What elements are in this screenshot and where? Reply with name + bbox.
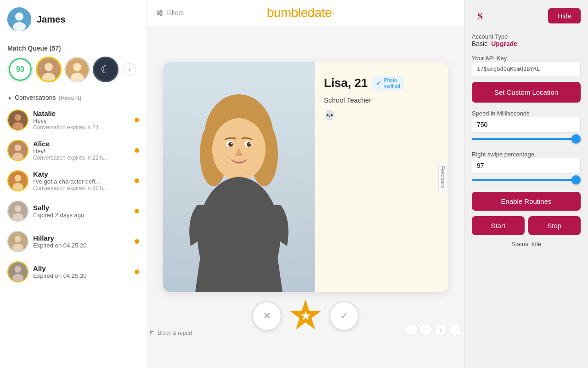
profile-job: School Teacher [324, 96, 439, 104]
verified-badge: ✓ Photo verified [372, 76, 403, 91]
main-header: Filters bumbledate· [147, 0, 464, 26]
skull-icon: 💀 [324, 109, 335, 121]
conv-dot-sally [135, 209, 139, 213]
profile-icons: 💀 [324, 109, 439, 121]
conv-name-hillary: Hillary [33, 234, 130, 242]
start-stop-row: Start Stop [472, 216, 581, 235]
conversation-list: Natalie Heyy Conversation expires in 24 … [0, 105, 147, 368]
filters-button[interactable]: Filters [156, 9, 184, 17]
conv-avatar-katy [7, 170, 28, 191]
profile-card: Lisa, 21 ✓ Photo verified School Teacher… [163, 62, 448, 292]
dislike-button[interactable]: ✕ [252, 301, 282, 331]
conv-dot-ally [135, 270, 139, 274]
conv-dot-hillary [135, 239, 139, 244]
queue-avatar-1[interactable] [36, 57, 62, 82]
panel-top: S Hide [472, 7, 581, 24]
speed-slider-container [472, 134, 581, 144]
conv-item-hillary[interactable]: Hillary Expired on 04.25.20 [0, 226, 147, 257]
nav-right-button[interactable]: → [449, 323, 462, 336]
main-content: Filters bumbledate· [147, 0, 464, 368]
svg-point-4 [45, 63, 53, 71]
set-custom-location-button[interactable]: Set Custom Location [472, 82, 581, 103]
speed-slider-thumb[interactable] [571, 134, 581, 144]
conv-msg-alice: Hey! [33, 148, 130, 155]
flag-icon [149, 330, 156, 336]
queue-avatar-2[interactable] [64, 57, 90, 82]
conversations-section: ▲ Conversations (Recent) [0, 88, 147, 105]
conv-msg-hillary: Expired on 04.25.20 [33, 242, 130, 249]
conv-name-alice: Alice [33, 140, 130, 148]
user-avatar [7, 7, 31, 31]
speed-input[interactable] [472, 117, 581, 132]
conv-item-alice[interactable]: Alice Hey! Conversation expires in 22 h.… [0, 135, 147, 166]
conv-dot-katy [135, 178, 139, 183]
conv-name-ally: Ally [33, 264, 130, 272]
start-button[interactable]: Start [472, 216, 525, 235]
conv-info-ally: Ally Expired on 04.25.20 [33, 264, 130, 279]
card-area: Lisa, 21 ✓ Photo verified School Teacher… [147, 26, 464, 368]
block-report-link[interactable]: Block & report [149, 330, 192, 336]
feedback-tab[interactable]: Feedback [438, 161, 447, 192]
svg-point-28 [160, 10, 162, 12]
swipe-pct-input[interactable] [472, 158, 581, 173]
score-value: 93 [9, 58, 32, 81]
conv-info-sally: Sally Expired 2 days ago [33, 204, 130, 218]
enable-routines-button[interactable]: Enable Routines [472, 192, 581, 211]
account-type-label: Account Type [472, 33, 581, 40]
conv-name-katy: Katy [33, 170, 130, 178]
hide-button[interactable]: Hide [548, 8, 581, 23]
swipe-pct-label: Right swipe percentage [472, 151, 581, 158]
conv-item-natalie[interactable]: Natalie Heyy Conversation expires in 24 … [0, 105, 147, 135]
swipe-pct-slider-fill [472, 179, 577, 181]
api-key-value[interactable]: 17$smgGdQqKUmQ2BYRL [472, 62, 581, 76]
conv-item-katy[interactable]: Katy I've got a character defi... Conver… [0, 166, 147, 196]
conv-avatar-sally [7, 201, 28, 222]
upgrade-button[interactable]: Upgrade [491, 40, 517, 47]
conversations-toggle[interactable]: ▲ Conversations (Recent) [7, 92, 139, 103]
svg-point-2 [13, 22, 26, 31]
api-key-section: Your API Key 17$smgGdQqKUmQ2BYRL [472, 53, 581, 76]
like-button[interactable]: ✓ [329, 301, 359, 331]
svg-point-22 [15, 236, 22, 242]
conv-avatar-hillary [7, 231, 28, 252]
superlike-button[interactable]: ★ [289, 299, 322, 333]
svg-point-1 [15, 12, 23, 21]
filters-icon [156, 9, 164, 17]
api-key-label: Your API Key [472, 55, 581, 62]
svg-point-7 [73, 63, 81, 71]
right-panel: S Hide Account Type Basic Upgrade Your A… [464, 0, 588, 368]
svg-point-32 [160, 14, 162, 16]
nav-left-button[interactable]: ← [405, 323, 418, 336]
conv-info-katy: Katy I've got a character defi... Conver… [33, 170, 130, 191]
conv-dot-natalie [135, 118, 139, 122]
svg-point-40 [228, 142, 233, 147]
svg-point-30 [158, 12, 159, 14]
svg-point-19 [15, 205, 22, 212]
nav-arrows: ← ↑ ↓ → [405, 323, 462, 336]
queue-avatar-dark[interactable]: ☾ [93, 57, 119, 82]
score-avatar[interactable]: 93 [7, 57, 33, 82]
conversations-sub: (Recent) [58, 94, 81, 101]
conv-msg-sally: Expired 2 days ago [33, 212, 130, 218]
svg-point-43 [249, 143, 251, 144]
queue-next-button[interactable]: › [123, 63, 136, 76]
svg-text:S: S [477, 10, 483, 22]
moon-icon: ☾ [101, 63, 111, 76]
nav-down-button[interactable]: ↓ [434, 323, 447, 336]
user-name: James [37, 14, 65, 25]
block-report-label: Block & report [158, 330, 192, 336]
svg-point-41 [247, 142, 251, 147]
swipe-pct-slider-thumb[interactable] [571, 175, 581, 184]
conv-name-sally: Sally [33, 204, 130, 212]
nav-up-button[interactable]: ↑ [419, 323, 432, 336]
stop-button[interactable]: Stop [528, 216, 581, 235]
conv-item-ally[interactable]: Ally Expired on 04.25.20 [0, 257, 147, 287]
queue-avatars: 93 ☾ › [7, 57, 139, 82]
conv-item-sally[interactable]: Sally Expired 2 days ago [0, 196, 147, 226]
conversations-arrow: ▲ [7, 95, 12, 100]
conv-expires-katy: Conversation expires in 21 h... [33, 185, 130, 191]
speed-slider-track [472, 138, 581, 140]
conv-name-natalie: Natalie [33, 109, 130, 117]
account-type-section: Account Type Basic Upgrade [472, 31, 581, 47]
s-logo: S [472, 7, 488, 24]
